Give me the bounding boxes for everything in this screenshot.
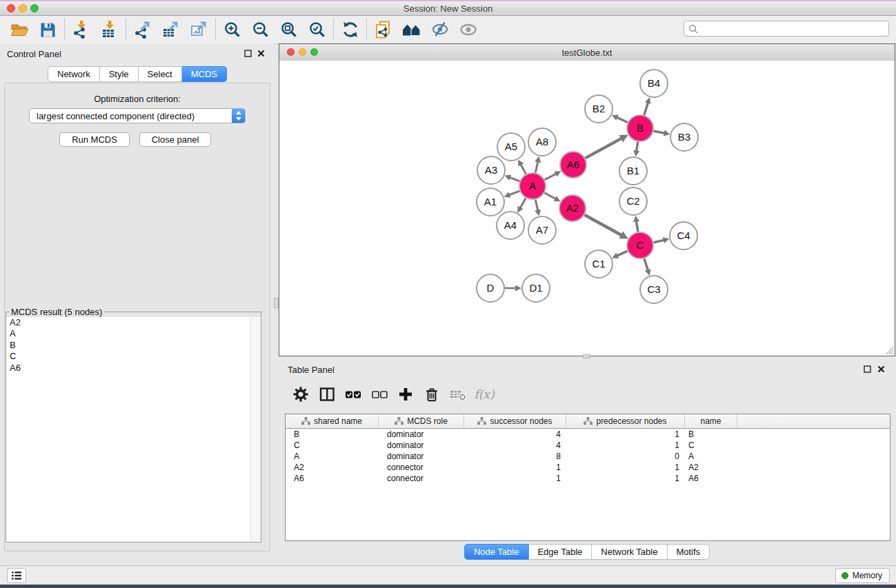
edge-B-B4[interactable] <box>644 103 648 115</box>
mcds-result-item[interactable]: B <box>6 340 261 351</box>
add-button[interactable] <box>392 382 419 407</box>
zoom-out-button[interactable] <box>246 18 275 41</box>
mcds-result-item[interactable]: A <box>6 328 261 339</box>
table-row[interactable]: A2connector11A2 <box>286 462 890 473</box>
export-image-button[interactable] <box>185 18 213 41</box>
mcds-result-item[interactable]: C <box>6 351 261 362</box>
graph-node-A2[interactable]: A2 <box>559 195 586 221</box>
graph-node-D1[interactable]: D1 <box>522 274 550 302</box>
edge-A-A2[interactable] <box>545 193 556 199</box>
task-history-button[interactable] <box>7 568 26 583</box>
graph-node-C1[interactable]: C1 <box>585 250 613 278</box>
graph-node-C2[interactable]: C2 <box>619 187 647 215</box>
show-graphics-details-button[interactable] <box>454 18 482 41</box>
edge-A-A4[interactable] <box>520 198 526 207</box>
delete-table-button[interactable] <box>445 382 471 407</box>
graph-node-A8[interactable]: A8 <box>528 128 556 156</box>
criterion-dropdown[interactable]: largest connected component (directed) <box>29 108 246 123</box>
network-window-titlebar[interactable]: testGlobe.txt <box>279 44 895 61</box>
tab-node-table[interactable]: Node Table <box>464 544 529 560</box>
tab-select[interactable]: Select <box>139 66 182 82</box>
graph-node-A1[interactable]: A1 <box>477 188 504 216</box>
column-header-successor-nodes[interactable]: successor nodes <box>464 414 566 428</box>
graph-node-B4[interactable]: B4 <box>640 70 668 97</box>
edge-C-C3[interactable] <box>644 258 648 270</box>
graph-node-A7[interactable]: A7 <box>528 216 556 244</box>
select-all-button[interactable] <box>340 382 366 407</box>
export-table-button[interactable] <box>157 18 185 41</box>
close-panel-icon[interactable] <box>877 363 885 376</box>
graph-node-A4[interactable]: A4 <box>497 212 524 239</box>
graph-node-A[interactable]: A <box>519 173 546 199</box>
vertical-split-handle[interactable] <box>274 298 279 308</box>
table-row[interactable]: Cdominator41C <box>286 440 890 451</box>
network-canvas[interactable]: AA1A2A3A4A5A6A7A8BB1B2B3B4CC1C2C3C4DD1 <box>279 61 895 356</box>
table-row[interactable]: Adominator80A <box>286 451 890 462</box>
home-button[interactable] <box>397 18 426 41</box>
node-table[interactable]: shared nameMCDS rolesuccessor nodesprede… <box>285 414 890 541</box>
horizontal-split-handle[interactable] <box>583 354 590 358</box>
settings-button[interactable] <box>288 382 314 407</box>
save-button[interactable] <box>34 18 62 41</box>
resize-grip-icon[interactable] <box>884 345 894 355</box>
network-graph[interactable]: AA1A2A3A4A5A6A7A8BB1B2B3B4CC1C2C3C4DD1 <box>279 61 895 356</box>
columns-button[interactable] <box>314 382 340 407</box>
export-network-button[interactable] <box>128 18 157 41</box>
delete-button[interactable] <box>419 382 445 407</box>
tab-edge-table[interactable]: Edge Table <box>528 544 592 560</box>
edge-A-A8[interactable] <box>535 162 537 173</box>
edge-A-A7[interactable] <box>535 200 537 211</box>
edge-A6-B[interactable] <box>586 139 621 159</box>
network-snapshot-button[interactable] <box>369 18 397 41</box>
edge-A-A5[interactable] <box>521 165 526 174</box>
run-mcds-button[interactable]: Run MCDS <box>59 132 130 147</box>
search-input[interactable] <box>698 23 888 34</box>
table-row[interactable]: A6connector11A6 <box>286 473 890 484</box>
unselect-all-button[interactable] <box>366 382 392 407</box>
zoom-selected-button[interactable] <box>303 18 331 41</box>
tab-mcds[interactable]: MCDS <box>182 66 227 82</box>
float-panel-icon[interactable] <box>244 50 252 57</box>
edge-A2-C[interactable] <box>585 215 621 235</box>
edge-C-C1[interactable] <box>617 251 628 256</box>
edge-A-A3[interactable] <box>510 178 520 181</box>
column-header-MCDS-role[interactable]: MCDS role <box>379 414 464 428</box>
float-panel-icon[interactable] <box>864 363 871 376</box>
graph-node-B[interactable]: B <box>627 115 653 141</box>
scrollbar[interactable] <box>250 317 261 542</box>
memory-button[interactable]: Memory <box>835 568 890 583</box>
edge-C-C2[interactable] <box>637 221 638 232</box>
graph-node-C[interactable]: C <box>627 232 653 258</box>
close-panel-icon[interactable] <box>257 50 265 57</box>
mcds-result-list[interactable]: A2ABCA6 <box>6 317 261 542</box>
edge-C-C4[interactable] <box>654 240 664 242</box>
mcds-result-item[interactable]: A6 <box>6 363 261 374</box>
tab-motifs[interactable]: Motifs <box>667 544 710 560</box>
edge-A-A1[interactable] <box>510 191 520 195</box>
edge-B-B3[interactable] <box>654 131 665 133</box>
edge-B-B2[interactable] <box>617 118 628 123</box>
graph-node-B1[interactable]: B1 <box>619 157 647 185</box>
graph-node-C3[interactable]: C3 <box>640 276 668 303</box>
graph-node-A3[interactable]: A3 <box>477 156 505 184</box>
tab-network[interactable]: Network <box>48 66 100 82</box>
edge-A-A6[interactable] <box>545 174 556 179</box>
zoom-in-button[interactable] <box>218 18 246 41</box>
column-header-predecessor-nodes[interactable]: predecessor nodes <box>566 414 685 428</box>
tab-network-table[interactable]: Network Table <box>592 544 667 560</box>
graph-node-C4[interactable]: C4 <box>670 222 697 250</box>
import-table-button[interactable] <box>95 18 123 41</box>
hide-graphics-details-button[interactable] <box>426 18 454 41</box>
mcds-result-item[interactable]: A2 <box>6 317 261 328</box>
graph-node-A5[interactable]: A5 <box>497 133 525 161</box>
tab-style[interactable]: Style <box>100 66 139 82</box>
column-header-shared-name[interactable]: shared name <box>286 414 379 428</box>
zoom-fit-button[interactable] <box>275 18 303 41</box>
import-network-button[interactable] <box>67 18 95 41</box>
column-header-name[interactable]: name <box>685 414 737 428</box>
search-field[interactable] <box>684 21 889 37</box>
graph-node-B2[interactable]: B2 <box>585 95 613 123</box>
close-panel-button[interactable]: Close panel <box>139 132 211 147</box>
graph-node-A6[interactable]: A6 <box>560 152 586 178</box>
function-builder-button[interactable]: f(x) <box>471 382 497 407</box>
